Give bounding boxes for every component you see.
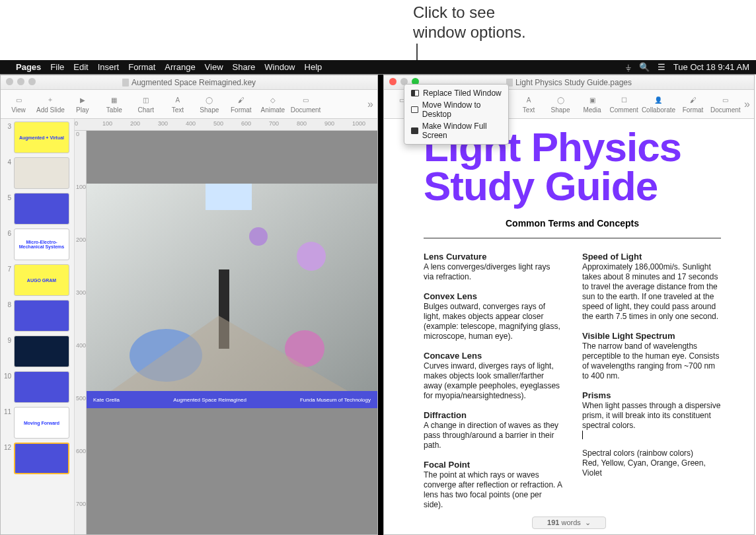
- keynote-window: Augmented Space Reimagined.key ▭View ＋Ad…: [0, 75, 378, 535]
- doc-column-2[interactable]: Speed of LightApproximately 186,000mi/s.…: [582, 252, 721, 519]
- fullscreen-button[interactable]: [28, 78, 36, 85]
- tool-format[interactable]: 🖌Format: [227, 94, 255, 114]
- menubar-clock[interactable]: Tue Oct 18 9:41 AM: [673, 62, 749, 72]
- slide-thumb[interactable]: 3Augmented + Virtual: [3, 122, 71, 153]
- split-view-divider[interactable]: [378, 75, 383, 535]
- doc-rule: [424, 238, 721, 238]
- tool-collaborate[interactable]: 👤Collaborate: [642, 94, 675, 114]
- slide-number: 6: [3, 229, 11, 237]
- menu-arrange[interactable]: Arrange: [165, 62, 195, 72]
- menu-file[interactable]: File: [50, 62, 64, 72]
- spotlight-icon[interactable]: 🔍: [639, 62, 650, 72]
- menu-format[interactable]: Format: [128, 62, 155, 72]
- tool-chart[interactable]: ◫Chart: [132, 94, 160, 114]
- menu-window[interactable]: Window: [264, 62, 295, 72]
- slide-thumb[interactable]: 12: [3, 443, 71, 474]
- term-block[interactable]: Visible Light SpectrumThe narrow band of…: [582, 331, 721, 381]
- term-block[interactable]: Convex LensBulges outward, converges ray…: [424, 291, 562, 341]
- slide-canvas[interactable]: 01002003004005006007008009001000 0100200…: [75, 119, 377, 534]
- fullscreen-icon: [411, 127, 418, 134]
- tool-play[interactable]: ▶Play: [69, 94, 96, 114]
- tool-view[interactable]: ▭View: [5, 94, 32, 114]
- toolbar-overflow-icon[interactable]: »: [367, 98, 373, 110]
- term-block[interactable]: Lens CurvatureA lens converges/diverges …: [424, 252, 562, 282]
- text-cursor: [582, 431, 583, 439]
- left-toolbar: ▭View ＋Add Slide ▶Play ▦Table ◫Chart ATe…: [1, 90, 377, 119]
- term-block[interactable]: Spectral colors (rainbow colors) Red, Ye…: [582, 448, 721, 478]
- menu-view[interactable]: View: [205, 62, 223, 72]
- macos-menubar: Pages File Edit Insert Format Arrange Vi…: [0, 60, 756, 75]
- slide-thumb[interactable]: 10: [3, 371, 71, 403]
- slide-number: 12: [3, 443, 11, 451]
- tool-format[interactable]: 🖌Format: [679, 94, 707, 114]
- document-proxy-icon[interactable]: [122, 79, 129, 87]
- slide-number: 3: [3, 122, 11, 130]
- slide-content[interactable]: Kate Grella Augmented Space Reimagined F…: [87, 184, 377, 408]
- slide-thumb[interactable]: 7AUGO GRAM: [3, 264, 71, 296]
- horizontal-ruler: 01002003004005006007008009001000: [75, 119, 377, 131]
- term-block[interactable]: Focal PointThe point at which rays or wa…: [424, 460, 562, 510]
- minimize-button[interactable]: [17, 78, 24, 85]
- document-area[interactable]: Light PhysicsStudy Guide Common Terms an…: [384, 119, 754, 534]
- term-block[interactable]: Concave LensCurves inward, diverges rays…: [424, 351, 562, 401]
- svg-rect-1: [206, 184, 252, 210]
- tile-icon: [411, 90, 419, 96]
- menu-help[interactable]: Help: [305, 62, 322, 72]
- slide-number: 7: [3, 264, 11, 273]
- slide-number: 5: [3, 193, 11, 201]
- tool-shape[interactable]: ◯Shape: [547, 94, 574, 114]
- tool-document[interactable]: ▭Document: [711, 94, 741, 114]
- slide-thumb[interactable]: 6Micro-Electro-Mechanical Systems: [3, 229, 71, 260]
- word-count-pill[interactable]: 191 words ⌄: [532, 517, 606, 529]
- window-options-menu: Replace Tiled Window Move Window to Desk…: [404, 84, 509, 145]
- menu-make-fullscreen[interactable]: Make Window Full Screen: [404, 120, 508, 141]
- slide-footer: Kate Grella Augmented Space Reimagined F…: [87, 391, 377, 408]
- left-window-title: Augmented Space Reimagined.key: [132, 78, 256, 87]
- tool-text[interactable]: AText: [164, 94, 192, 114]
- doc-column-1[interactable]: Lens CurvatureA lens converges/diverges …: [424, 252, 562, 519]
- tool-add-slide[interactable]: ＋Add Slide: [36, 94, 65, 114]
- slide-number: 4: [3, 157, 11, 166]
- toolbar-overflow-icon[interactable]: »: [744, 98, 750, 110]
- tool-media[interactable]: ▣Media: [578, 94, 606, 114]
- menu-edit[interactable]: Edit: [73, 62, 88, 72]
- tool-shape[interactable]: ◯Shape: [196, 94, 223, 114]
- tool-text[interactable]: AText: [515, 94, 543, 114]
- menu-move-to-desktop[interactable]: Move Window to Desktop: [404, 99, 508, 120]
- tool-table[interactable]: ▦Table: [100, 94, 128, 114]
- window-icon: [411, 106, 418, 113]
- menu-replace-tiled-window[interactable]: Replace Tiled Window: [404, 87, 508, 99]
- term-block[interactable]: Speed of LightApproximately 186,000mi/s.…: [582, 252, 721, 322]
- slide-navigator[interactable]: 3Augmented + Virtual456Micro-Electro-Mec…: [1, 119, 75, 534]
- slide-thumb[interactable]: 9: [3, 336, 71, 367]
- svg-point-3: [297, 242, 326, 271]
- control-center-icon[interactable]: ☰: [658, 62, 665, 72]
- tool-comment[interactable]: ☐Comment: [610, 94, 638, 114]
- menu-insert[interactable]: Insert: [98, 62, 120, 72]
- slide-number: 10: [3, 371, 11, 380]
- svg-point-2: [249, 227, 268, 246]
- slide-thumb[interactable]: 4: [3, 157, 71, 189]
- slide-number: 8: [3, 300, 11, 308]
- slide-number: 11: [3, 407, 11, 415]
- app-menu[interactable]: Pages: [16, 62, 41, 72]
- vertical-ruler: 0100200300400500600700: [75, 131, 87, 534]
- slide-thumb[interactable]: 8: [3, 300, 71, 332]
- term-block[interactable]: PrismsWhen light passes through a disper…: [582, 390, 721, 439]
- slide-thumb[interactable]: 11Moving Forward: [3, 407, 71, 439]
- slide-number: 9: [3, 336, 11, 344]
- close-button[interactable]: [6, 78, 13, 85]
- tool-document[interactable]: ▭Document: [291, 94, 321, 114]
- slide-thumb[interactable]: 5: [3, 193, 71, 225]
- wifi-icon[interactable]: ⏚: [626, 62, 631, 72]
- left-titlebar: Augmented Space Reimagined.key: [1, 75, 377, 90]
- menu-share[interactable]: Share: [233, 62, 256, 72]
- annotation-text: Click to see window options.: [413, 3, 526, 42]
- doc-subtitle[interactable]: Common Terms and Concepts: [424, 218, 721, 229]
- tool-animate[interactable]: ◇Animate: [259, 94, 287, 114]
- term-block[interactable]: DiffractionA change in direction of wave…: [424, 410, 562, 450]
- close-button[interactable]: [389, 78, 397, 85]
- right-window-title: Light Physics Study Guide.pages: [515, 78, 632, 87]
